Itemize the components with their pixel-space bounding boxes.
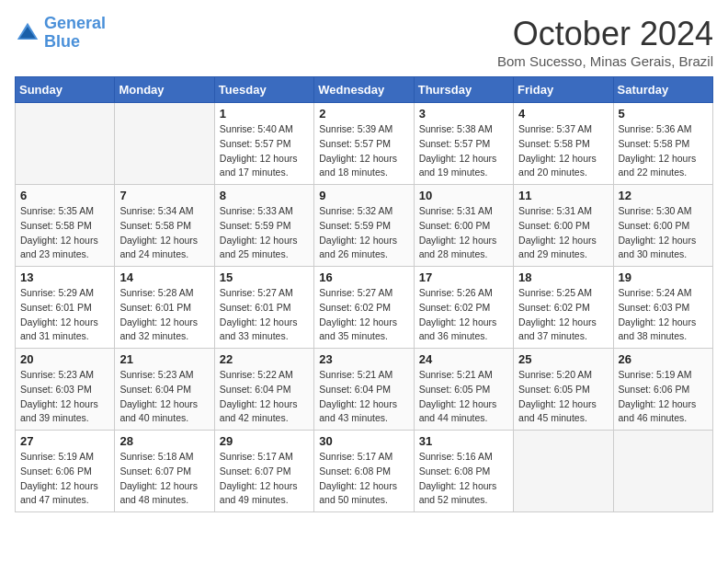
day-number: 17 bbox=[419, 270, 508, 284]
day-number: 8 bbox=[220, 189, 309, 202]
day-number: 31 bbox=[419, 434, 508, 448]
day-number: 18 bbox=[518, 270, 608, 284]
day-info: Sunrise: 5:34 AM Sunset: 5:58 PM Dayligh… bbox=[119, 204, 209, 262]
calendar-cell: 9 Sunrise: 5:32 AM Sunset: 5:59 PM Dayli… bbox=[314, 185, 414, 267]
logo-general: General bbox=[44, 14, 106, 32]
title-block: October 2024 Bom Sucesso, Minas Gerais, … bbox=[497, 15, 713, 69]
calendar-cell bbox=[613, 431, 712, 512]
calendar-cell: 20 Sunrise: 5:23 AM Sunset: 6:03 PM Dayl… bbox=[16, 349, 115, 431]
day-number: 13 bbox=[20, 270, 109, 284]
calendar-cell: 5 Sunrise: 5:36 AM Sunset: 5:58 PM Dayli… bbox=[613, 103, 712, 185]
day-info: Sunrise: 5:21 AM Sunset: 6:05 PM Dayligh… bbox=[419, 368, 508, 426]
day-number: 5 bbox=[619, 107, 708, 121]
day-info: Sunrise: 5:30 AM Sunset: 6:00 PM Dayligh… bbox=[619, 204, 708, 262]
col-header-thursday: Thursday bbox=[414, 77, 513, 103]
day-info: Sunrise: 5:19 AM Sunset: 6:06 PM Dayligh… bbox=[20, 450, 109, 508]
day-info: Sunrise: 5:32 AM Sunset: 5:59 PM Dayligh… bbox=[319, 204, 408, 262]
day-number: 26 bbox=[619, 352, 708, 366]
calendar-cell: 27 Sunrise: 5:19 AM Sunset: 6:06 PM Dayl… bbox=[16, 431, 115, 512]
calendar-cell: 3 Sunrise: 5:38 AM Sunset: 5:57 PM Dayli… bbox=[414, 103, 513, 185]
day-info: Sunrise: 5:39 AM Sunset: 5:57 PM Dayligh… bbox=[319, 122, 408, 180]
calendar-cell: 28 Sunrise: 5:18 AM Sunset: 6:07 PM Dayl… bbox=[115, 431, 214, 512]
col-header-monday: Monday bbox=[115, 77, 214, 103]
day-number: 9 bbox=[319, 189, 408, 202]
day-info: Sunrise: 5:37 AM Sunset: 5:58 PM Dayligh… bbox=[518, 122, 608, 180]
col-header-tuesday: Tuesday bbox=[214, 77, 313, 103]
calendar-cell: 15 Sunrise: 5:27 AM Sunset: 6:01 PM Dayl… bbox=[214, 267, 313, 349]
day-number: 4 bbox=[518, 107, 608, 121]
logo-blue: Blue bbox=[44, 32, 80, 51]
day-info: Sunrise: 5:25 AM Sunset: 6:02 PM Dayligh… bbox=[518, 286, 608, 344]
calendar-cell: 6 Sunrise: 5:35 AM Sunset: 5:58 PM Dayli… bbox=[16, 185, 115, 267]
day-info: Sunrise: 5:23 AM Sunset: 6:03 PM Dayligh… bbox=[20, 368, 109, 426]
day-info: Sunrise: 5:38 AM Sunset: 5:57 PM Dayligh… bbox=[419, 122, 508, 180]
calendar-cell: 10 Sunrise: 5:31 AM Sunset: 6:00 PM Dayl… bbox=[414, 185, 513, 267]
week-row: 20 Sunrise: 5:23 AM Sunset: 6:03 PM Dayl… bbox=[16, 349, 713, 431]
month-title: October 2024 bbox=[497, 15, 713, 53]
day-number: 1 bbox=[220, 107, 309, 121]
day-info: Sunrise: 5:28 AM Sunset: 6:01 PM Dayligh… bbox=[119, 286, 209, 344]
day-number: 29 bbox=[220, 434, 309, 448]
calendar-cell: 22 Sunrise: 5:22 AM Sunset: 6:04 PM Dayl… bbox=[214, 349, 313, 431]
day-number: 10 bbox=[419, 189, 508, 202]
day-number: 6 bbox=[20, 189, 109, 202]
day-number: 16 bbox=[319, 270, 408, 284]
day-info: Sunrise: 5:40 AM Sunset: 5:57 PM Dayligh… bbox=[220, 122, 309, 180]
calendar-cell: 4 Sunrise: 5:37 AM Sunset: 5:58 PM Dayli… bbox=[514, 103, 613, 185]
calendar-cell: 2 Sunrise: 5:39 AM Sunset: 5:57 PM Dayli… bbox=[314, 103, 414, 185]
day-info: Sunrise: 5:27 AM Sunset: 6:01 PM Dayligh… bbox=[220, 286, 309, 344]
calendar-cell: 17 Sunrise: 5:26 AM Sunset: 6:02 PM Dayl… bbox=[414, 267, 513, 349]
page-header: General Blue October 2024 Bom Sucesso, M… bbox=[15, 15, 713, 69]
day-number: 12 bbox=[619, 189, 708, 202]
location-title: Bom Sucesso, Minas Gerais, Brazil bbox=[497, 53, 713, 69]
day-info: Sunrise: 5:31 AM Sunset: 6:00 PM Dayligh… bbox=[518, 204, 608, 262]
calendar-cell: 11 Sunrise: 5:31 AM Sunset: 6:00 PM Dayl… bbox=[514, 185, 613, 267]
day-number: 20 bbox=[20, 352, 109, 366]
day-number: 11 bbox=[518, 189, 608, 202]
calendar-cell bbox=[514, 431, 613, 512]
day-number: 24 bbox=[419, 352, 508, 366]
calendar-cell: 16 Sunrise: 5:27 AM Sunset: 6:02 PM Dayl… bbox=[314, 267, 414, 349]
day-info: Sunrise: 5:17 AM Sunset: 6:08 PM Dayligh… bbox=[319, 450, 408, 508]
calendar-cell: 29 Sunrise: 5:17 AM Sunset: 6:07 PM Dayl… bbox=[214, 431, 313, 512]
calendar-cell: 1 Sunrise: 5:40 AM Sunset: 5:57 PM Dayli… bbox=[214, 103, 313, 185]
calendar-cell: 30 Sunrise: 5:17 AM Sunset: 6:08 PM Dayl… bbox=[314, 431, 414, 512]
day-number: 2 bbox=[319, 107, 408, 121]
calendar-table: SundayMondayTuesdayWednesdayThursdayFrid… bbox=[15, 76, 713, 512]
day-info: Sunrise: 5:23 AM Sunset: 6:04 PM Dayligh… bbox=[119, 368, 209, 426]
calendar-cell: 26 Sunrise: 5:19 AM Sunset: 6:06 PM Dayl… bbox=[613, 349, 712, 431]
calendar-cell: 19 Sunrise: 5:24 AM Sunset: 6:03 PM Dayl… bbox=[613, 267, 712, 349]
calendar-cell bbox=[16, 103, 115, 185]
day-number: 14 bbox=[119, 270, 209, 284]
calendar-cell: 24 Sunrise: 5:21 AM Sunset: 6:05 PM Dayl… bbox=[414, 349, 513, 431]
day-info: Sunrise: 5:22 AM Sunset: 6:04 PM Dayligh… bbox=[220, 368, 309, 426]
day-number: 3 bbox=[419, 107, 508, 121]
col-header-wednesday: Wednesday bbox=[314, 77, 414, 103]
calendar-cell: 23 Sunrise: 5:21 AM Sunset: 6:04 PM Dayl… bbox=[314, 349, 414, 431]
day-of-week-row: SundayMondayTuesdayWednesdayThursdayFrid… bbox=[16, 77, 713, 103]
calendar-cell: 31 Sunrise: 5:16 AM Sunset: 6:08 PM Dayl… bbox=[414, 431, 513, 512]
day-number: 22 bbox=[220, 352, 309, 366]
calendar-cell: 13 Sunrise: 5:29 AM Sunset: 6:01 PM Dayl… bbox=[16, 267, 115, 349]
col-header-friday: Friday bbox=[514, 77, 613, 103]
calendar-cell: 8 Sunrise: 5:33 AM Sunset: 5:59 PM Dayli… bbox=[214, 185, 313, 267]
day-info: Sunrise: 5:21 AM Sunset: 6:04 PM Dayligh… bbox=[319, 368, 408, 426]
calendar-cell: 12 Sunrise: 5:30 AM Sunset: 6:00 PM Dayl… bbox=[613, 185, 712, 267]
day-number: 23 bbox=[319, 352, 408, 366]
calendar-body: 1 Sunrise: 5:40 AM Sunset: 5:57 PM Dayli… bbox=[16, 103, 713, 512]
day-info: Sunrise: 5:19 AM Sunset: 6:06 PM Dayligh… bbox=[619, 368, 708, 426]
day-info: Sunrise: 5:36 AM Sunset: 5:58 PM Dayligh… bbox=[619, 122, 708, 180]
calendar-cell: 25 Sunrise: 5:20 AM Sunset: 6:05 PM Dayl… bbox=[514, 349, 613, 431]
calendar-cell: 14 Sunrise: 5:28 AM Sunset: 6:01 PM Dayl… bbox=[115, 267, 214, 349]
day-number: 15 bbox=[220, 270, 309, 284]
calendar-cell: 21 Sunrise: 5:23 AM Sunset: 6:04 PM Dayl… bbox=[115, 349, 214, 431]
day-number: 28 bbox=[119, 434, 209, 448]
day-info: Sunrise: 5:27 AM Sunset: 6:02 PM Dayligh… bbox=[319, 286, 408, 344]
week-row: 6 Sunrise: 5:35 AM Sunset: 5:58 PM Dayli… bbox=[16, 185, 713, 267]
day-info: Sunrise: 5:16 AM Sunset: 6:08 PM Dayligh… bbox=[419, 450, 508, 508]
day-number: 25 bbox=[518, 352, 608, 366]
col-header-sunday: Sunday bbox=[16, 77, 115, 103]
logo: General Blue bbox=[15, 15, 106, 52]
day-number: 27 bbox=[20, 434, 109, 448]
day-info: Sunrise: 5:33 AM Sunset: 5:59 PM Dayligh… bbox=[220, 204, 309, 262]
